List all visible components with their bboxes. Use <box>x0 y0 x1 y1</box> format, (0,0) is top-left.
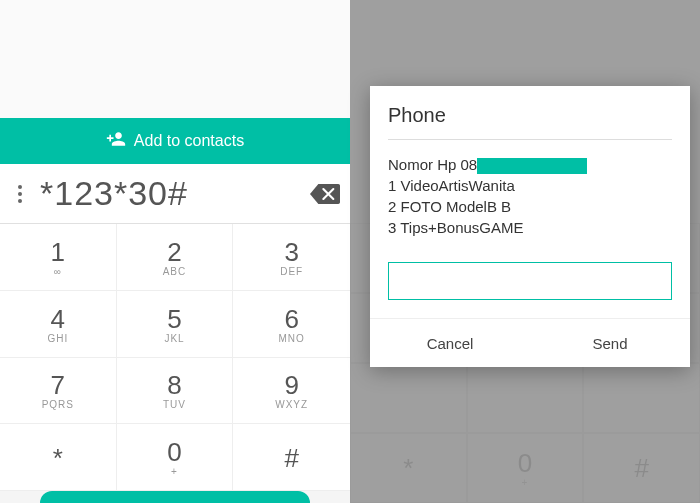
key-3[interactable]: 3DEF <box>233 224 350 291</box>
dialog-input-wrap <box>388 262 672 300</box>
call-button[interactable] <box>40 491 310 503</box>
key-star[interactable]: * <box>0 424 117 491</box>
dialog-actions: Cancel Send <box>370 318 690 367</box>
cancel-button[interactable]: Cancel <box>370 319 530 367</box>
menu-line-3: 3 Tips+BonusGAME <box>388 217 672 238</box>
menu-line-1: 1 VideoArtisWanita <box>388 175 672 196</box>
dialed-number: *123*30# <box>40 174 300 213</box>
key-9[interactable]: 9WXYZ <box>233 358 350 425</box>
add-to-contacts-button[interactable]: Add to contacts <box>0 118 350 164</box>
redacted-number <box>477 158 587 174</box>
key-4[interactable]: 4GHI <box>0 291 117 358</box>
body-prefix: Nomor Hp 08 <box>388 156 477 173</box>
keypad: 1∞ 2ABC 3DEF 4GHI 5JKL 6MNO 7PQRS 8TUV 9… <box>0 224 350 491</box>
key-5[interactable]: 5JKL <box>117 291 234 358</box>
backspace-button[interactable] <box>300 183 350 205</box>
dialog-title: Phone <box>388 104 672 140</box>
key-hash[interactable]: # <box>233 424 350 491</box>
key-6[interactable]: 6MNO <box>233 291 350 358</box>
backspace-icon <box>310 183 340 205</box>
add-contact-icon <box>106 129 126 153</box>
ussd-dialog: Phone Nomor Hp 08 1 VideoArtisWanita 2 F… <box>370 86 690 367</box>
spacer <box>0 0 350 118</box>
overflow-menu-icon[interactable] <box>0 192 40 196</box>
dialer-screen: Add to contacts *123*30# 1∞ 2ABC 3DEF 4G… <box>0 0 350 503</box>
ussd-response-screen: * 0+ # Phone Nomor Hp 08 1 VideoArtisWan… <box>350 0 700 503</box>
ussd-input[interactable] <box>388 262 672 300</box>
key-0[interactable]: 0+ <box>117 424 234 491</box>
dialog-body: Nomor Hp 08 1 VideoArtisWanita 2 FOTO Mo… <box>388 140 672 248</box>
add-to-contacts-label: Add to contacts <box>134 132 244 150</box>
send-button[interactable]: Send <box>530 319 690 367</box>
key-8[interactable]: 8TUV <box>117 358 234 425</box>
key-7[interactable]: 7PQRS <box>0 358 117 425</box>
key-1[interactable]: 1∞ <box>0 224 117 291</box>
number-display-row: *123*30# <box>0 164 350 224</box>
menu-line-2: 2 FOTO ModelB B <box>388 196 672 217</box>
key-2[interactable]: 2ABC <box>117 224 234 291</box>
